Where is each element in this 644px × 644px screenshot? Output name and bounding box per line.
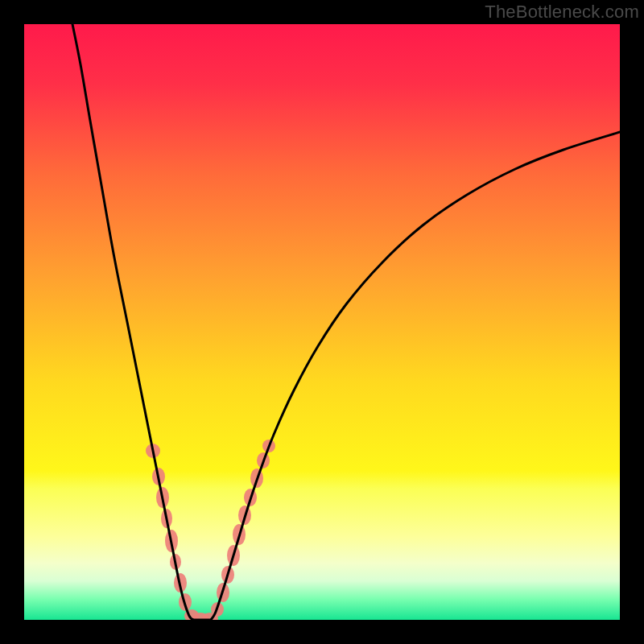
plot-layer [24,24,620,620]
series-right-curve [211,132,620,620]
watermark-text: TheBottleneck.com [485,2,639,23]
series-left-curve [72,24,193,620]
curve-lines [72,24,620,620]
chart-frame [24,24,620,620]
highlight-beads [146,440,275,620]
